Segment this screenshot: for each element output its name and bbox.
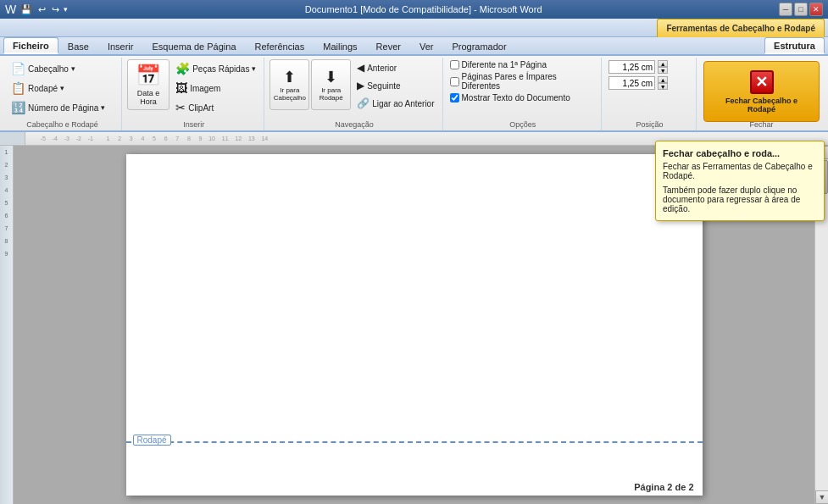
ligar-btn[interactable]: 🔗 Ligar ao Anterior (353, 95, 438, 112)
ligar-icon: 🔗 (357, 97, 370, 109)
group-opcoes-label: Opções (445, 120, 602, 129)
ferramentas-tab[interactable]: Ferramentas de Cabeçalho e Rodapé (657, 19, 825, 37)
window-title: Documento1 [Modo de Compatibilidade] - M… (68, 4, 779, 14)
tab-base[interactable]: Base (58, 37, 98, 54)
group-posicao: ▲ ▼ ▲ ▼ Posição (603, 58, 697, 130)
close-x-icon: ✕ (750, 70, 774, 94)
tab-esquema[interactable]: Esquema de Página (142, 37, 245, 54)
close-btn[interactable]: ✕ (809, 3, 823, 16)
page-number: Página 2 de 2 (126, 479, 703, 496)
pos-row-2: ▲ ▼ (607, 75, 670, 91)
footer-label: Rodapé (133, 435, 171, 446)
side-ruler: 1 2 3 4 5 6 7 8 9 (0, 146, 14, 504)
tooltip-line2: Também pode fazer duplo clique no docume… (663, 186, 817, 213)
rodape-btn[interactable]: 📋 Rodapé ▾ (7, 79, 109, 97)
ir-cabecalho-btn[interactable]: ⬆ Ir para Cabeçalho (270, 59, 309, 110)
tooltip: Fechar cabeçalho e roda... Fechar as Fer… (655, 141, 825, 221)
clipart-btn[interactable]: ✂ ClipArt (171, 98, 260, 117)
ribbon-tabs-row: Ficheiro Base Inserir Esquema de Página … (0, 37, 828, 56)
numero-btn[interactable]: 🔢 Número de Página ▾ (7, 98, 109, 117)
word-icon: W (5, 3, 16, 16)
window-controls: ─ □ ✕ (779, 3, 823, 16)
tab-rever[interactable]: Rever (367, 37, 410, 54)
ruler-marks: -5 -4 -3 -2 -1 1 2 3 4 5 6 7 8 9 10 11 1… (34, 136, 268, 141)
pos-input-2[interactable] (608, 76, 655, 90)
seguinte-btn[interactable]: ▶ Seguinte (353, 77, 438, 94)
opcoes-checks: Diferente na 1ª Página Páginas Pares e Í… (448, 59, 598, 103)
pos-row-1: ▲ ▼ (607, 59, 670, 75)
imagem-btn[interactable]: 🖼 Imagem (171, 79, 260, 97)
numero-icon: 🔢 (11, 101, 25, 114)
footer-content[interactable] (135, 448, 694, 474)
chk-pares-row: Páginas Pares e Ímpares Diferentes (448, 71, 598, 91)
chk-mostrar[interactable] (450, 93, 459, 102)
inserir-small-btns: 🧩 Peças Rápidas ▾ 🖼 Imagem ✂ ClipArt (171, 59, 260, 117)
fechar-label: Fechar Cabeçalho e Rodapé (711, 97, 812, 114)
ir-cabecalho-icon: ⬆ (283, 68, 296, 86)
group-inserir-label: Inserir (124, 120, 264, 129)
group-fechar-label: Fechar (698, 120, 825, 129)
cabecalho-btn[interactable]: 📄 Cabeçalho ▾ (7, 59, 109, 78)
data-hora-btn[interactable]: 📅 Data e Hora (127, 59, 169, 110)
clipart-icon: ✂ (175, 101, 186, 114)
group-cabecalho-rodape: 📄 Cabeçalho ▾ 📋 Rodapé ▾ 🔢 Número de Pág… (3, 58, 122, 130)
tab-inserir[interactable]: Inserir (98, 37, 143, 54)
group-cabecalho-label: Cabeçalho e Rodapé (3, 120, 121, 129)
footer-area[interactable]: Rodapé (126, 441, 703, 479)
redo-btn[interactable]: ↪ (52, 4, 59, 15)
title-bar-left: W 💾 ↩ ↪ ▾ (5, 3, 68, 16)
group-opcoes: Diferente na 1ª Página Páginas Pares e Í… (445, 58, 603, 130)
spinner-down-2[interactable]: ▼ (658, 83, 668, 90)
pecas-icon: 🧩 (175, 62, 190, 75)
minimize-btn[interactable]: ─ (779, 3, 792, 16)
chk-pares[interactable] (450, 77, 459, 86)
tab-mailings[interactable]: Mailings (314, 37, 366, 54)
cabecalho-rodape-btns: 📄 Cabeçalho ▾ 📋 Rodapé ▾ 🔢 Número de Pág… (7, 59, 109, 117)
pecas-btn[interactable]: 🧩 Peças Rápidas ▾ (171, 59, 260, 78)
posicao-inputs: ▲ ▼ ▲ ▼ (607, 59, 670, 91)
imagem-icon: 🖼 (175, 81, 187, 95)
tooltip-line1: Fechar as Ferramentas de Cabeçalho e Rod… (663, 162, 817, 180)
ferramentas-header: Ferramentas de Cabeçalho e Rodapé (0, 19, 828, 37)
data-hora-icon: 📅 (136, 64, 161, 87)
tooltip-title: Fechar cabeçalho e roda... (663, 148, 817, 158)
pos-input-1[interactable] (608, 60, 655, 74)
chk-diferente[interactable] (450, 60, 459, 69)
group-navegacao-label: Navegação (266, 120, 442, 129)
page-content[interactable] (126, 154, 703, 441)
quick-save-btn[interactable]: 💾 (20, 4, 32, 15)
numero-dropdown-icon[interactable]: ▾ (101, 103, 105, 112)
ir-rodape-icon: ⬇ (325, 68, 337, 86)
spinner-1: ▲ ▼ (658, 60, 668, 74)
seguinte-icon: ▶ (357, 80, 364, 91)
undo-btn[interactable]: ↩ (38, 4, 46, 15)
group-fechar: ✕ Fechar Cabeçalho e Rodapé Fechar Fecha… (698, 58, 825, 130)
scroll-down-btn[interactable]: ▼ (815, 490, 828, 504)
anterior-btn[interactable]: ◀ Anterior (353, 59, 438, 76)
tab-ficheiro[interactable]: Ficheiro (3, 37, 58, 54)
tab-programador[interactable]: Programador (442, 37, 515, 54)
ruler-left-corner (0, 132, 25, 145)
ir-rodape-btn[interactable]: ⬇ Ir para Rodapé (311, 59, 351, 110)
tab-estrutura[interactable]: Estrutura (764, 37, 825, 54)
spinner-2: ▲ ▼ (658, 76, 668, 90)
pecas-dropdown-icon[interactable]: ▾ (252, 64, 256, 73)
rodape-icon: 📋 (11, 81, 25, 95)
title-bar: W 💾 ↩ ↪ ▾ Documento1 [Modo de Compatibil… (0, 0, 828, 19)
maximize-btn[interactable]: □ (794, 3, 808, 16)
tab-referencias[interactable]: Referências (246, 37, 314, 54)
group-posicao-label: Posição (603, 120, 696, 129)
group-inserir: 📅 Data e Hora 🧩 Peças Rápidas ▾ 🖼 Imagem… (124, 58, 264, 130)
page: Rodapé Página 2 de 2 (126, 154, 703, 496)
spinner-up-2[interactable]: ▲ (658, 76, 668, 83)
fechar-btn[interactable]: ✕ Fechar Cabeçalho e Rodapé (703, 61, 820, 122)
ribbon: 📄 Cabeçalho ▾ 📋 Rodapé ▾ 🔢 Número de Pág… (0, 56, 828, 132)
spinner-down-1[interactable]: ▼ (658, 67, 668, 74)
chk-diferente-row: Diferente na 1ª Página (448, 59, 598, 70)
anterior-icon: ◀ (357, 62, 364, 74)
cabecalho-dropdown-icon[interactable]: ▾ (71, 64, 75, 73)
cabecalho-icon: 📄 (11, 62, 25, 75)
tab-ver[interactable]: Ver (410, 37, 443, 54)
rodape-dropdown-icon[interactable]: ▾ (60, 84, 64, 92)
spinner-up-1[interactable]: ▲ (658, 60, 668, 67)
